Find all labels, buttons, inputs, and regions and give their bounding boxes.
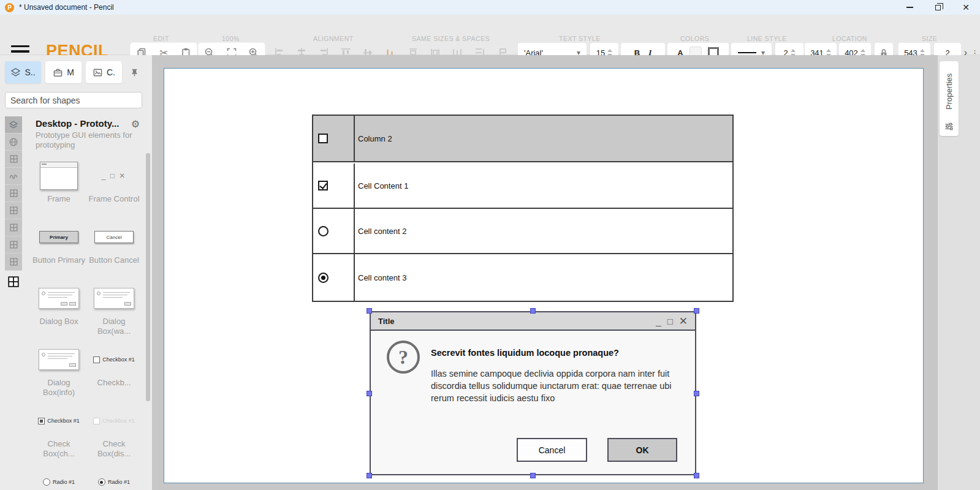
shape-label: Checkb... [97, 378, 131, 388]
dialog-ok-button[interactable]: OK [607, 438, 677, 462]
properties-tab[interactable]: Properties [940, 61, 959, 136]
shape-dialog-box[interactable]: Dialog Box [32, 277, 86, 339]
collection-sketchy[interactable] [5, 168, 22, 185]
row-radio-unchecked[interactable] [318, 226, 329, 236]
selection-handle-n[interactable] [530, 308, 536, 314]
collection-title: Desktop - Prototy... [36, 118, 129, 129]
dialog-close-icon: ✕ [679, 316, 688, 326]
wireframe-dialog[interactable]: Title _ □ ✕ ? Secrevit fontes liquidum l… [370, 311, 696, 475]
close-button[interactable]: ✕ [952, 0, 980, 15]
table-row[interactable]: Cell content 2 [313, 209, 732, 254]
selection-handle-sw[interactable] [367, 473, 372, 478]
pencil-logo-icon: P [5, 3, 14, 12]
selection-handle-w[interactable] [367, 391, 372, 396]
selection-handle-e[interactable] [694, 391, 699, 396]
tab-shapes[interactable]: S.. [5, 61, 41, 83]
shape-label: Check Box(dis... [87, 439, 141, 459]
checkbox-disabled-thumbnail: Checkbox #1 [93, 418, 135, 424]
sliders-icon [944, 122, 954, 131]
search-input[interactable] [5, 92, 142, 108]
shape-dialog-box-info[interactable]: Dialog Box(info) [32, 339, 86, 400]
shapes-sidebar: S.. M C. Desktop - Prototy... ⚙ Prototyp… [0, 55, 152, 490]
frame-thumbnail [40, 162, 78, 190]
question-icon: ? [387, 341, 420, 374]
shape-label: Dialog Box [40, 317, 78, 326]
restore-icon [935, 5, 941, 10]
shape-checkbox-disabled[interactable]: Checkbox #1 Check Box(dis... [87, 400, 141, 461]
restore-button[interactable] [924, 0, 952, 15]
minimize-button[interactable] [895, 0, 924, 15]
shape-radio[interactable]: Radio #1 [32, 461, 86, 490]
shape-label: Dialog Box(info) [32, 378, 86, 398]
radio-selected-thumbnail: Radio #1 [98, 478, 130, 486]
selection-handle-s[interactable] [530, 473, 536, 478]
shape-button-cancel[interactable]: Cancel Button Cancel [87, 216, 141, 277]
dialog-titlebar[interactable]: Title _ □ ✕ [371, 312, 695, 331]
collection-gui-3[interactable] [5, 202, 22, 219]
selection-handle-ne[interactable] [694, 308, 699, 314]
checkbox-thumbnail: Checkbox #1 [93, 356, 135, 363]
collection-desktop-prototype[interactable] [5, 273, 22, 290]
dialog-maximize-icon: □ [667, 317, 673, 326]
collection-gui-4[interactable] [5, 219, 22, 236]
shape-label: Button Primary [32, 255, 85, 265]
tab-clipart[interactable]: C. [86, 61, 122, 83]
selection-handle-se[interactable] [694, 473, 699, 478]
frame-control-thumbnail: _ □ ✕ [102, 172, 127, 180]
right-dock: Properties [938, 55, 980, 490]
shape-radio-selected[interactable]: Radio #1 [87, 461, 141, 490]
dialog-cancel-button[interactable]: Cancel [517, 438, 587, 462]
cell-text: Cell content 3 [358, 273, 407, 282]
collection-gui-2[interactable] [5, 185, 22, 202]
section-label-zoom: 100% [222, 35, 240, 42]
section-label-alignment: ALIGNMENT [313, 35, 354, 42]
collection-gui-5[interactable] [5, 236, 22, 254]
radio-thumbnail: Radio #1 [43, 478, 75, 486]
section-label-colors: COLORS [680, 35, 709, 42]
collection-common-shapes[interactable] [5, 116, 22, 134]
shape-checkbox-checked[interactable]: Checkbox #1 Check Box(ch... [32, 400, 86, 461]
cell-text: Cell content 2 [358, 227, 407, 236]
wireframe-table[interactable]: Column 2 Cell Content 1 Cell content 2 C… [312, 115, 734, 302]
shape-dialog-box-warning[interactable]: Dialog Box(wa... [87, 277, 141, 339]
dialog-box-warning-thumbnail [94, 288, 134, 309]
section-label-line-style: LINE STYLE [747, 35, 787, 42]
table-row[interactable]: Cell Content 1 [313, 164, 732, 209]
header-checkbox[interactable] [318, 134, 328, 143]
row-checkbox-checked[interactable] [318, 181, 328, 190]
properties-tab-label: Properties [940, 65, 959, 118]
collection-web-elements[interactable] [5, 134, 22, 151]
canvas-area[interactable]: Column 2 Cell Content 1 Cell content 2 C… [152, 55, 938, 490]
cell-text: Cell Content 1 [358, 181, 408, 190]
collection-gui-1[interactable] [5, 151, 22, 168]
row-radio-checked[interactable] [318, 273, 329, 283]
gear-icon[interactable]: ⚙ [131, 118, 140, 130]
grid-icon [9, 154, 18, 164]
section-label-edit: EDIT [153, 35, 169, 42]
pin-sidebar-button[interactable] [126, 61, 142, 83]
shape-checkbox[interactable]: Checkbox #1 Checkb... [87, 339, 141, 400]
shape-button-primary[interactable]: Primary Button Primary [32, 216, 86, 277]
table-header-row[interactable]: Column 2 [313, 116, 732, 162]
shape-frame[interactable]: Frame [32, 155, 86, 216]
selection-handle-nw[interactable] [367, 308, 372, 314]
tab-clipart-label: C. [107, 67, 115, 77]
tab-my-stuff[interactable]: M [45, 61, 82, 83]
table-header-col2: Column 2 [358, 134, 392, 143]
collection-gui-6[interactable] [5, 254, 22, 271]
shape-label: Frame [47, 194, 70, 204]
main-toolbar: PENCIL EDIT ✂ 100% ALIGNMENT SAME SIZES … [0, 15, 980, 55]
sidebar-scrollbar[interactable] [146, 153, 150, 401]
globe-icon [9, 137, 18, 147]
grid-icon [9, 206, 18, 215]
section-label-location: LOCATION [832, 35, 867, 42]
close-icon: ✕ [962, 3, 970, 12]
pin-icon [130, 68, 139, 77]
dialog-heading: Secrevit fontes liquidum locoque pronaqu… [431, 348, 619, 358]
table-row[interactable]: Cell content 3 [313, 254, 732, 301]
canvas-page[interactable]: Column 2 Cell Content 1 Cell content 2 C… [164, 68, 924, 483]
grid-icon [7, 276, 20, 288]
briefcase-icon [53, 67, 63, 78]
dialog-box-thumbnail [39, 288, 79, 309]
shape-frame-control[interactable]: _ □ ✕ Frame Control [87, 155, 141, 216]
